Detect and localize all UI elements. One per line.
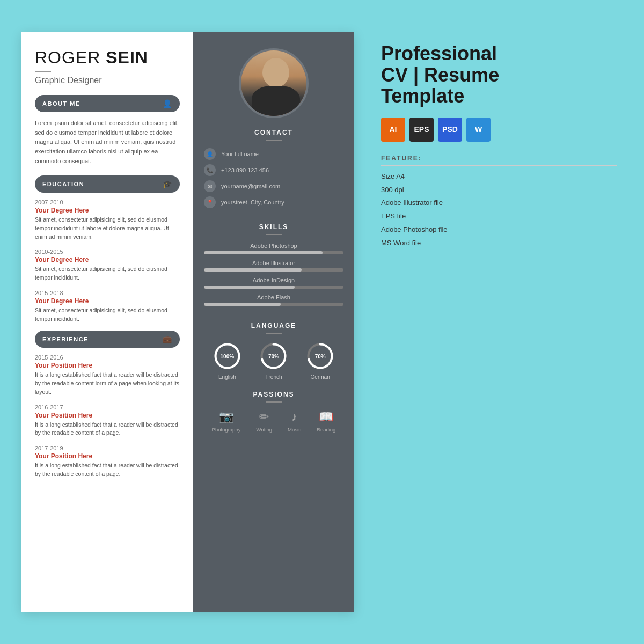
lang-german: 70% German xyxy=(305,341,335,380)
reading-label: Reading xyxy=(317,427,335,433)
contact-divider xyxy=(266,140,282,141)
page-wrapper: ROGER SEIN Graphic Designer ABOUT ME 👤 L… xyxy=(0,11,644,633)
cv-job-title: Graphic Designer xyxy=(35,76,180,85)
format-badges: AI EPS PSD W xyxy=(381,118,617,142)
music-icon: ♪ xyxy=(291,410,297,424)
exp-item-2: 2016-2017 Your Position Here It is a lon… xyxy=(35,404,180,438)
edu-desc-2: Sit amet, consectetur adipisicing elit, … xyxy=(35,265,180,282)
lang-english-circle: 100% xyxy=(213,341,242,371)
contact-address-value: yourstreet, City, Country xyxy=(221,199,284,206)
feature-label: FEATURE: xyxy=(381,155,617,166)
passions-title: PASSIONS xyxy=(204,391,343,398)
exp-item-3: 2017-2019 Your Position Here It is a lon… xyxy=(35,445,180,479)
skills-title: SKILLS xyxy=(204,223,343,231)
writing-label: Writing xyxy=(257,427,272,433)
profile-photo-inner xyxy=(241,48,306,118)
education-section-header: EDUCATION 🎓 xyxy=(35,175,180,193)
skill-indesign-bar-bg xyxy=(204,286,343,289)
edu-item-3: 2015-2018 Your Degree Here Sit amet, con… xyxy=(35,290,180,324)
skill-indesign: Adobe InDesign xyxy=(204,277,343,289)
skill-flash-name: Adobe Flash xyxy=(204,294,343,301)
feature-psd-file: Adobe Photoshop file xyxy=(381,224,617,236)
exp-position-2: Your Position Here xyxy=(35,412,180,419)
edu-item-2: 2010-2015 Your Degree Here Sit amet, con… xyxy=(35,248,180,282)
profile-photo-wrapper xyxy=(193,32,354,129)
skills-divider xyxy=(266,234,282,235)
skill-illustrator-bar-bg xyxy=(204,268,343,272)
experience-icon: 💼 xyxy=(163,335,173,343)
education-list: 2007-2010 Your Degree Here Sit amet, con… xyxy=(35,199,180,323)
cv-left-column: ROGER SEIN Graphic Designer ABOUT ME 👤 L… xyxy=(21,32,193,612)
photography-label: Photography xyxy=(212,427,241,433)
passion-music: ♪ Music xyxy=(288,410,301,433)
badge-psd: PSD xyxy=(438,118,462,142)
language-title: LANGUAGE xyxy=(204,322,343,330)
lang-english-name: English xyxy=(218,374,236,380)
about-section-header: ABOUT ME 👤 xyxy=(35,95,180,112)
lang-french-name: French xyxy=(265,374,282,380)
skill-flash-bar-fill xyxy=(204,303,281,306)
passion-writing: ✏ Writing xyxy=(257,410,272,433)
music-label: Music xyxy=(288,427,301,433)
info-title-line2: CV | Resume xyxy=(381,64,499,86)
skills-section: SKILLS Adobe Photoshop Adobe Illustrator… xyxy=(193,223,354,311)
exp-position-1: Your Position Here xyxy=(35,362,180,369)
education-icon: 🎓 xyxy=(163,180,173,188)
feature-word-file: MS Word file xyxy=(381,238,617,249)
exp-desc-2: It is a long established fact that a rea… xyxy=(35,421,180,438)
lang-english: 100% English xyxy=(213,341,242,380)
skill-flash-bar-bg xyxy=(204,303,343,306)
edu-degree-2: Your Degree Here xyxy=(35,256,180,264)
lang-german-name: German xyxy=(311,374,330,380)
profile-photo xyxy=(239,48,309,118)
skill-flash: Adobe Flash xyxy=(204,294,343,306)
badge-w: W xyxy=(466,118,491,142)
edu-year-3: 2015-2018 xyxy=(35,290,180,296)
cv-name: ROGER SEIN xyxy=(35,48,180,67)
passion-reading: 📖 Reading xyxy=(317,410,335,433)
profile-body xyxy=(252,86,300,118)
contact-name: 👤 Your full name xyxy=(204,148,343,160)
education-label: EDUCATION xyxy=(42,181,84,187)
skill-photoshop-bar-fill xyxy=(204,251,323,254)
skill-photoshop-bar-bg xyxy=(204,251,343,254)
edu-desc-1: Sit amet, consectetur adipisicing elit, … xyxy=(35,216,180,241)
info-title-line3: Template xyxy=(381,85,464,107)
feature-dpi: 300 dpi xyxy=(381,185,617,196)
contact-phone-icon: 📞 xyxy=(204,164,216,176)
lang-french: 70% French xyxy=(259,341,288,380)
contact-section: CONTACT 👤 Your full name 📞 +123 890 123 … xyxy=(193,129,354,213)
language-section: LANGUAGE 100% English xyxy=(193,322,354,380)
passions-icons: 📷 Photography ✏ Writing ♪ Music 📖 Readin… xyxy=(204,410,343,433)
contact-address-icon: 📍 xyxy=(204,196,216,208)
contact-address: 📍 yourstreet, City, Country xyxy=(204,196,343,208)
about-label: ABOUT ME xyxy=(42,100,80,107)
exp-year-3: 2017-2019 xyxy=(35,445,180,451)
exp-year-2: 2016-2017 xyxy=(35,404,180,411)
about-icon: 👤 xyxy=(163,99,173,108)
contact-phone-value: +123 890 123 456 xyxy=(221,167,269,173)
cv-first-name: ROGER xyxy=(35,48,106,67)
experience-list: 2015-2016 Your Position Here It is a lon… xyxy=(35,354,180,478)
photography-icon: 📷 xyxy=(219,410,233,424)
skill-photoshop-name: Adobe Photoshop xyxy=(204,243,343,249)
skill-illustrator-bar-fill xyxy=(204,268,302,272)
contact-email-value: yourname@gmail.com xyxy=(221,183,280,189)
feature-list: Size A4 300 dpi Adobe Illustrator file E… xyxy=(381,171,617,249)
passions-divider xyxy=(266,401,282,402)
language-divider xyxy=(266,333,282,334)
contact-email-icon: ✉ xyxy=(204,180,216,192)
info-title: Professional CV | Resume Template xyxy=(381,43,617,107)
skill-indesign-name: Adobe InDesign xyxy=(204,277,343,283)
skill-illustrator-name: Adobe Illustrator xyxy=(204,260,343,266)
reading-icon: 📖 xyxy=(319,410,333,424)
contact-person-icon: 👤 xyxy=(204,148,216,160)
experience-section-header: EXPERIENCE 💼 xyxy=(35,331,180,348)
writing-icon: ✏ xyxy=(259,410,269,424)
edu-degree-1: Your Degree Here xyxy=(35,207,180,214)
exp-position-3: Your Position Here xyxy=(35,452,180,460)
info-title-line1: Professional xyxy=(381,42,497,64)
edu-year-1: 2007-2010 xyxy=(35,199,180,206)
exp-year-1: 2015-2016 xyxy=(35,354,180,361)
edu-year-2: 2010-2015 xyxy=(35,248,180,255)
